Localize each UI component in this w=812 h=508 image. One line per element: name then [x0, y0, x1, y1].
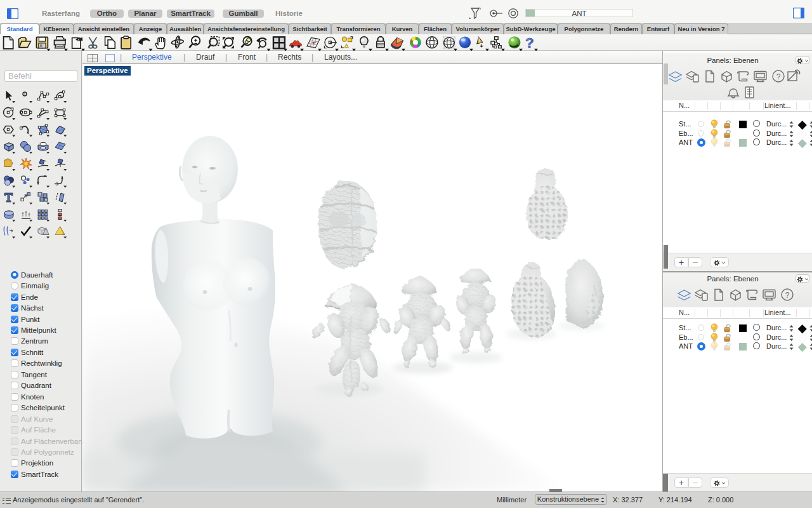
svg-text:?: ? [776, 72, 781, 81]
svg-text:?: ? [785, 291, 790, 300]
svg-text:?: ? [525, 35, 534, 51]
